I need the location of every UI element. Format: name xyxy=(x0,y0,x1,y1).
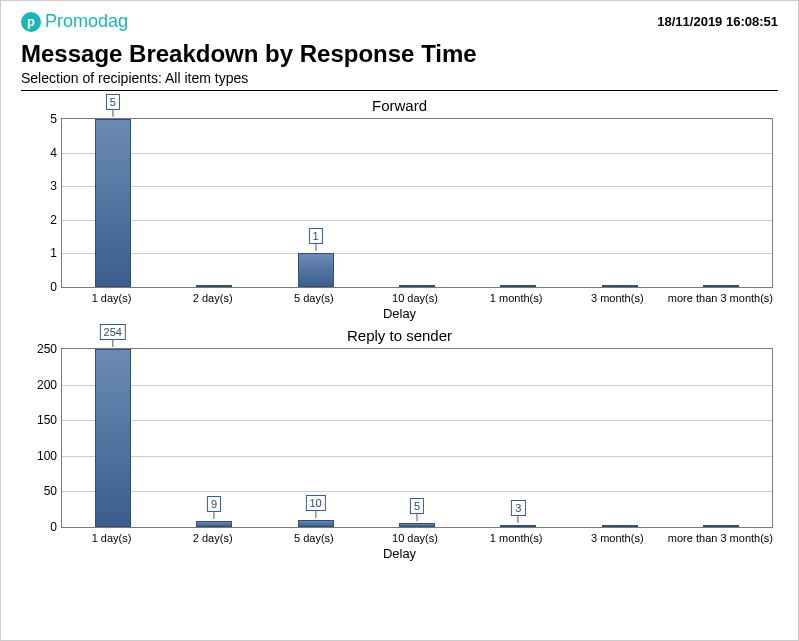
chart-reply-plot: 05010015020025025491053 xyxy=(62,349,772,527)
chart-xtick: 3 month(s) xyxy=(567,288,668,304)
chart-bar-slot xyxy=(569,119,670,287)
chart-forward: Forward 01234551 1 day(s)2 day(s)5 day(s… xyxy=(21,97,778,321)
chart-xtick: 5 day(s) xyxy=(263,288,364,304)
chart-xtick: 1 month(s) xyxy=(466,288,567,304)
chart-bar-value-label: 3 xyxy=(511,500,525,516)
chart-ytick: 150 xyxy=(32,413,57,427)
chart-bar-value-label: 9 xyxy=(207,496,221,512)
chart-ytick: 1 xyxy=(32,246,57,260)
chart-bar: 3 xyxy=(500,525,536,527)
chart-bar-slot: 3 xyxy=(468,349,569,527)
chart-bar xyxy=(703,525,739,527)
page-subtitle: Selection of recipients: All item types xyxy=(21,70,778,86)
chart-xtick: 3 month(s) xyxy=(567,528,668,544)
chart-bar xyxy=(399,285,435,287)
chart-bar-slot: 9 xyxy=(163,349,264,527)
chart-ytick: 250 xyxy=(32,342,57,356)
chart-reply-xlabel: Delay xyxy=(21,546,778,561)
chart-bars-row: 25491053 xyxy=(62,349,772,527)
chart-bar-slot: 1 xyxy=(265,119,366,287)
chart-forward-frame: 01234551 xyxy=(61,118,773,288)
chart-bar xyxy=(196,285,232,287)
chart-bar-slot xyxy=(671,349,772,527)
chart-bar-slot xyxy=(671,119,772,287)
brand-logo: p Promodag xyxy=(21,11,128,32)
header-row: p Promodag 18/11/2019 16:08:51 xyxy=(21,11,778,32)
chart-bar xyxy=(602,285,638,287)
chart-xtick: 1 day(s) xyxy=(61,528,162,544)
chart-xtick: 10 day(s) xyxy=(364,288,465,304)
chart-bar-slot xyxy=(569,349,670,527)
chart-reply-title: Reply to sender xyxy=(21,327,778,344)
chart-xtick: 2 day(s) xyxy=(162,288,263,304)
chart-reply-xticks: 1 day(s)2 day(s)5 day(s)10 day(s)1 month… xyxy=(61,528,773,544)
chart-bar-value-label: 10 xyxy=(305,495,325,511)
chart-bar: 9 xyxy=(196,521,232,527)
brand-name: Promodag xyxy=(45,11,128,32)
chart-ytick: 2 xyxy=(32,213,57,227)
chart-ytick: 50 xyxy=(32,484,57,498)
chart-bar: 5 xyxy=(95,119,131,287)
chart-bar-slot xyxy=(468,119,569,287)
chart-forward-title: Forward xyxy=(21,97,778,114)
title-divider xyxy=(21,90,778,91)
report-timestamp: 18/11/2019 16:08:51 xyxy=(657,14,778,29)
brand-logo-icon: p xyxy=(21,12,41,32)
chart-ytick: 0 xyxy=(32,280,57,294)
chart-ytick: 4 xyxy=(32,146,57,160)
chart-bar xyxy=(602,525,638,527)
page-title: Message Breakdown by Response Time xyxy=(21,40,778,68)
chart-reply: Reply to sender 05010015020025025491053 … xyxy=(21,327,778,561)
chart-bar-slot: 5 xyxy=(62,119,163,287)
chart-bar: 254 xyxy=(95,349,131,527)
chart-bar: 5 xyxy=(399,523,435,527)
chart-xtick: 5 day(s) xyxy=(263,528,364,544)
chart-ytick: 3 xyxy=(32,179,57,193)
chart-xtick: 1 month(s) xyxy=(466,528,567,544)
chart-bar-value-label: 5 xyxy=(410,498,424,514)
chart-ytick: 100 xyxy=(32,449,57,463)
chart-bars-row: 51 xyxy=(62,119,772,287)
chart-bar-slot: 5 xyxy=(366,349,467,527)
chart-xtick: 10 day(s) xyxy=(364,528,465,544)
chart-forward-xlabel: Delay xyxy=(21,306,778,321)
chart-bar: 1 xyxy=(298,253,334,287)
chart-ytick: 200 xyxy=(32,378,57,392)
chart-xtick: more than 3 month(s) xyxy=(668,288,773,304)
chart-bar-value-label: 254 xyxy=(100,324,126,340)
chart-xtick: more than 3 month(s) xyxy=(668,528,773,544)
chart-bar xyxy=(703,285,739,287)
chart-bar-value-label: 1 xyxy=(308,228,322,244)
chart-bar-value-label: 5 xyxy=(106,94,120,110)
report-page: p Promodag 18/11/2019 16:08:51 Message B… xyxy=(0,0,799,641)
chart-bar: 10 xyxy=(298,520,334,527)
chart-bar-slot: 254 xyxy=(62,349,163,527)
chart-xtick: 1 day(s) xyxy=(61,288,162,304)
chart-forward-plot: 01234551 xyxy=(62,119,772,287)
chart-reply-frame: 05010015020025025491053 xyxy=(61,348,773,528)
chart-bar-slot: 10 xyxy=(265,349,366,527)
chart-bar-slot xyxy=(366,119,467,287)
chart-bar xyxy=(500,285,536,287)
chart-xtick: 2 day(s) xyxy=(162,528,263,544)
chart-forward-xticks: 1 day(s)2 day(s)5 day(s)10 day(s)1 month… xyxy=(61,288,773,304)
chart-bar-slot xyxy=(163,119,264,287)
chart-ytick: 0 xyxy=(32,520,57,534)
chart-ytick: 5 xyxy=(32,112,57,126)
